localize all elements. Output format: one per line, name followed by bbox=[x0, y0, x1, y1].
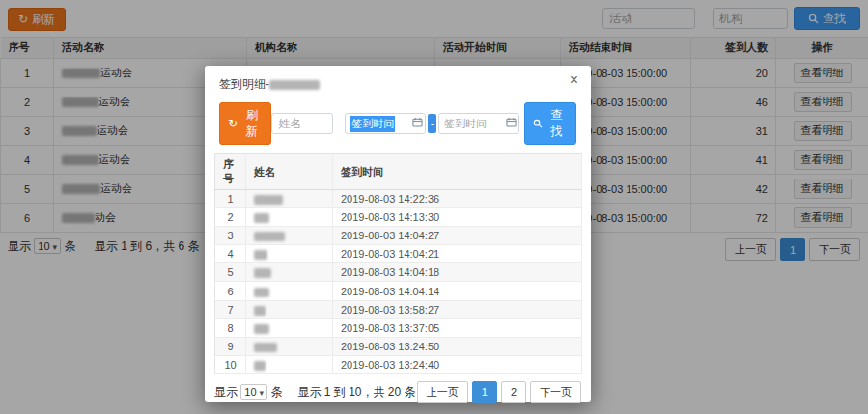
cell-signin-time: 2019-08-03 14:22:36 bbox=[333, 190, 582, 208]
cell-signin-time: 2019-08-03 13:24:50 bbox=[333, 337, 582, 355]
cell-name bbox=[246, 227, 333, 245]
cell-signin-time: 2019-08-03 14:04:14 bbox=[333, 282, 582, 300]
redacted-text bbox=[254, 324, 269, 334]
cell-signin-time: 2019-08-03 14:04:18 bbox=[333, 263, 582, 282]
modal-pagination: 上一页 12 下一页 bbox=[417, 381, 581, 403]
calendar-icon bbox=[412, 117, 423, 127]
page-number-button[interactable]: 1 bbox=[472, 381, 497, 403]
cell-signin-time: 2019-08-03 14:04:27 bbox=[333, 227, 582, 245]
modal-range-text: 显示 1 到 10，共 20 条 bbox=[297, 384, 415, 400]
redacted-text bbox=[254, 288, 269, 297]
cell-no: 8 bbox=[215, 318, 246, 337]
redacted-text bbox=[254, 250, 267, 260]
redacted-text bbox=[254, 343, 277, 352]
modal-refresh-button[interactable]: ↻ 刷新 bbox=[219, 102, 271, 145]
refresh-icon: ↻ bbox=[228, 118, 238, 129]
cell-no: 1 bbox=[215, 190, 246, 208]
signin-table-header-row: 序号 姓名 签到时间 bbox=[215, 154, 582, 190]
signin-row: 92019-08-03 13:24:50 bbox=[215, 337, 582, 355]
col-header-no: 序号 bbox=[215, 154, 246, 190]
page-number-button[interactable]: 2 bbox=[501, 381, 526, 403]
redacted-text bbox=[254, 306, 266, 316]
cell-signin-time: 2019-08-03 13:24:40 bbox=[333, 355, 582, 373]
cell-no: 4 bbox=[215, 245, 246, 263]
cell-no: 7 bbox=[215, 300, 246, 318]
cell-no: 9 bbox=[215, 337, 246, 355]
modal-search-button[interactable]: 查找 bbox=[524, 102, 576, 145]
modal-search-label: 查找 bbox=[546, 107, 569, 140]
cell-name bbox=[246, 355, 333, 373]
redacted-text bbox=[254, 361, 266, 371]
cell-name bbox=[246, 263, 333, 282]
name-search-input[interactable] bbox=[271, 113, 333, 134]
next-page-button[interactable]: 下一页 bbox=[530, 381, 581, 403]
redacted-text bbox=[254, 195, 283, 205]
signin-row: 32019-08-03 14:04:27 bbox=[215, 227, 582, 245]
cell-no: 6 bbox=[215, 282, 246, 300]
cell-name bbox=[246, 208, 333, 227]
col-header-name: 姓名 bbox=[246, 154, 333, 190]
signin-row: 82019-08-03 13:37:05 bbox=[215, 318, 582, 337]
cell-signin-time: 2019-08-03 14:13:30 bbox=[333, 208, 582, 227]
search-icon bbox=[533, 119, 543, 128]
signin-row: 12019-08-03 14:22:36 bbox=[215, 190, 582, 208]
signin-row: 52019-08-03 14:04:18 bbox=[215, 263, 582, 282]
page-size-prefix: 显示 bbox=[214, 384, 238, 400]
cell-signin-time: 2019-08-03 13:37:05 bbox=[333, 318, 582, 337]
signin-row: 102019-08-03 13:24:40 bbox=[215, 355, 582, 373]
modal-footer: 显示 10▾ 条 显示 1 到 10，共 20 条 上一页 12 下一页 bbox=[214, 381, 581, 403]
redacted-text bbox=[254, 268, 271, 278]
page-size-suffix: 条 bbox=[270, 384, 282, 400]
signin-row: 72019-08-03 13:58:27 bbox=[215, 300, 582, 318]
cell-signin-time: 2019-08-03 13:58:27 bbox=[333, 300, 582, 318]
selected-placeholder-text: 签到时间 bbox=[350, 116, 395, 132]
signin-row: 22019-08-03 14:13:30 bbox=[215, 208, 582, 227]
cell-name bbox=[246, 282, 333, 300]
close-icon[interactable]: × bbox=[570, 72, 578, 88]
redacted-text bbox=[254, 232, 285, 241]
signin-table: 序号 姓名 签到时间 12019-08-03 14:22:3622019-08-… bbox=[214, 153, 582, 374]
cell-no: 2 bbox=[215, 208, 246, 227]
signin-detail-modal: 签到明细- × ↻ 刷新 签到时间 - 签到时间 bbox=[205, 66, 591, 402]
cell-no: 5 bbox=[215, 263, 246, 282]
cell-name bbox=[246, 190, 333, 208]
cell-name bbox=[246, 318, 333, 337]
redacted-text bbox=[254, 213, 269, 223]
modal-header: 签到明细- × bbox=[205, 66, 591, 100]
cell-name bbox=[246, 300, 333, 318]
prev-page-button[interactable]: 上一页 bbox=[417, 381, 468, 403]
signin-time-end-input[interactable]: 签到时间 bbox=[438, 113, 519, 134]
placeholder-text: 签到时间 bbox=[444, 117, 487, 131]
modal-refresh-label: 刷新 bbox=[240, 107, 263, 140]
signin-time-start-input[interactable]: 签到时间 bbox=[345, 113, 426, 134]
redacted-text bbox=[269, 80, 320, 90]
modal-title: 签到明细- bbox=[219, 77, 320, 91]
chevron-down-icon: ▾ bbox=[260, 388, 265, 398]
app-window: ↻ 刷新 查找 序号 活动名称 机构名称 bbox=[0, 0, 868, 414]
modal-toolbar: ↻ 刷新 签到时间 - 签到时间 bbox=[205, 100, 591, 145]
signin-row: 62019-08-03 14:04:14 bbox=[215, 282, 582, 300]
cell-name bbox=[246, 337, 333, 355]
calendar-icon bbox=[506, 117, 517, 127]
cell-no: 3 bbox=[215, 227, 246, 245]
signin-row: 42019-08-03 14:04:21 bbox=[215, 245, 582, 263]
cell-no: 10 bbox=[215, 355, 246, 373]
date-range-separator: - bbox=[428, 114, 436, 133]
cell-name bbox=[246, 245, 333, 263]
page-size-select[interactable]: 10▾ bbox=[240, 384, 267, 400]
col-header-signin-time: 签到时间 bbox=[333, 154, 582, 190]
cell-signin-time: 2019-08-03 14:04:21 bbox=[333, 245, 582, 263]
